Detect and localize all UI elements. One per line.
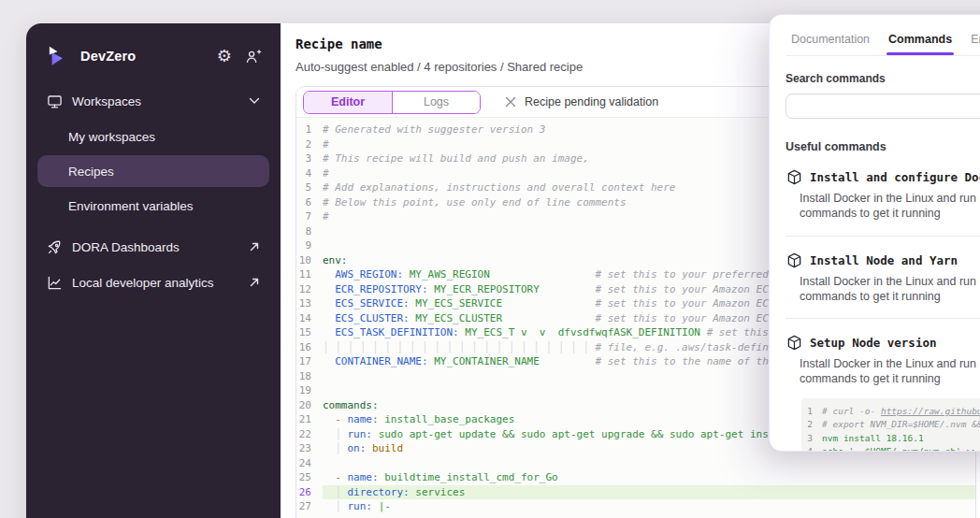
gear-icon[interactable]: ⚙ [217, 48, 232, 65]
code-line[interactable]: 26 │ directory: services [296, 485, 975, 500]
code-line[interactable]: 24 [296, 456, 975, 471]
line-number: 10 [296, 253, 323, 268]
command-item[interactable]: Setup Node versionInstall Docker in the … [785, 335, 980, 452]
line-number: 2 [296, 137, 323, 152]
line-chart-icon [47, 275, 63, 291]
line-number: 18 [296, 369, 323, 384]
line-number: 19 [296, 383, 323, 398]
sidebar-item-label: Environment variables [68, 199, 194, 213]
tab-documentation[interactable]: Documentation [791, 33, 870, 55]
line-number: 20 [296, 398, 323, 413]
line-number: 13 [296, 296, 323, 311]
devzero-logo-icon [45, 44, 69, 68]
close-icon[interactable] [505, 96, 516, 108]
package-icon [786, 169, 802, 185]
tab-logs[interactable]: Logs [392, 92, 480, 113]
sidebar-item-workspaces[interactable]: Workspaces [37, 84, 269, 118]
sidebar-item-label: My workspaces [68, 130, 155, 144]
search-commands-label: Search commands [785, 72, 980, 85]
command-title: Install and configure Docker [810, 170, 980, 184]
line-number: 8 [296, 224, 323, 239]
sidebar-item-label: Workspaces [72, 94, 141, 108]
sidebar-item-dora-dashboards[interactable]: DORA Dashboards [37, 230, 269, 264]
editor-logs-toggle: Editor Logs [303, 91, 481, 114]
line-number: 1 [296, 122, 323, 137]
line-number: 22 [296, 427, 323, 442]
line-number: 27 [296, 499, 323, 514]
search-commands-input[interactable] [785, 94, 980, 119]
brand-name: DevZero [80, 49, 136, 64]
sidebar-item-local-developer-analytics[interactable]: Local developer analytics [37, 266, 269, 299]
rocket-icon [47, 239, 63, 255]
divider [785, 236, 980, 237]
line-number: 14 [296, 311, 323, 326]
package-icon [786, 252, 802, 268]
line-number: 7 [296, 209, 323, 224]
line-number: 21 [296, 412, 323, 427]
command-code-block: 1# curl -o- https://raw.githubuser2# exp… [801, 398, 980, 453]
monitor-icon [47, 94, 63, 109]
line-number: 11 [296, 267, 323, 282]
panel-tabs: Documentation Commands Env Hea [785, 33, 980, 55]
line-number: 16 [296, 340, 323, 355]
code-line[interactable]: 27 │ run: |- [296, 499, 975, 514]
useful-commands-list: Install and configure DockerInstall Dock… [785, 169, 980, 452]
external-link-icon [249, 241, 260, 252]
tab-editor[interactable]: Editor [304, 92, 392, 113]
line-number: 3 [296, 151, 323, 166]
command-title: Install Node and Yarn [810, 253, 958, 267]
validation-status-text: Recipe pending validation [525, 95, 658, 108]
divider [785, 318, 980, 319]
line-number: 15 [296, 325, 323, 340]
line-number: 24 [296, 456, 323, 471]
code-line[interactable]: 25 - name: buildtime_install_cmd_for_Go [296, 470, 975, 485]
command-description: Install Docker in the Linux and run requ… [800, 191, 980, 222]
line-number: 9 [296, 238, 323, 253]
chevron-down-icon[interactable] [249, 97, 260, 105]
command-description: Install Docker in the Linux and run requ… [800, 274, 980, 305]
sidebar-item-label: Recipes [68, 165, 114, 179]
sidebar-item-my-workspaces[interactable]: My workspaces [37, 120, 269, 153]
brand-row: DevZero ⚙ [37, 37, 269, 75]
line-number: 17 [296, 354, 323, 369]
validation-status: Recipe pending validation [505, 95, 658, 108]
useful-commands-label: Useful commands [785, 140, 980, 153]
sidebar-item-label: DORA Dashboards [72, 240, 180, 254]
command-description: Install Docker in the Linux and run requ… [800, 356, 980, 387]
sidebar-item-environment-variables[interactable]: Environment variables [37, 189, 269, 223]
sidebar-item-recipes[interactable]: Recipes [37, 155, 269, 187]
line-number: 4 [296, 166, 323, 181]
tab-env[interactable]: Env [971, 33, 980, 55]
sidebar: DevZero ⚙ Workspaces [26, 23, 281, 518]
sidebar-item-label: Local developer analytics [72, 276, 214, 290]
tab-commands[interactable]: Commands [888, 33, 952, 55]
command-title: Setup Node version [810, 336, 936, 350]
external-link-icon [249, 277, 260, 288]
package-icon [786, 335, 802, 351]
line-number: 26 [296, 485, 323, 500]
line-number: 6 [296, 195, 323, 210]
line-number: 12 [296, 282, 323, 297]
command-item[interactable]: Install and configure DockerInstall Dock… [785, 169, 980, 222]
line-number: 5 [296, 180, 323, 195]
command-item[interactable]: Install Node and YarnInstall Docker in t… [785, 252, 980, 305]
line-number: 23 [296, 441, 323, 456]
line-number: 25 [296, 470, 323, 485]
add-user-icon[interactable] [245, 49, 262, 65]
commands-panel: Documentation Commands Env Hea Search co… [769, 14, 980, 452]
